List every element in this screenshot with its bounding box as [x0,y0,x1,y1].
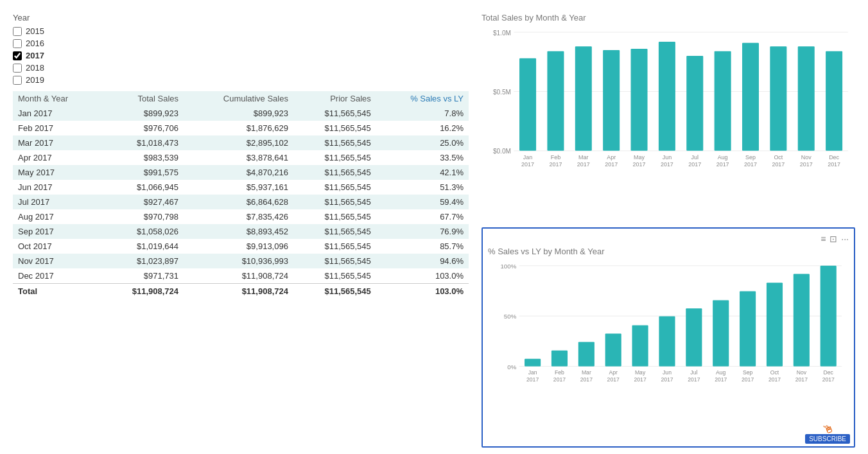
svg-text:Jan: Jan [523,154,532,161]
cell-6-2: $6,864,628 [184,195,293,209]
year-checkbox-2018[interactable] [13,64,22,73]
svg-text:Feb: Feb [555,369,564,376]
year-checkbox-2016[interactable] [13,39,22,48]
cell-1-1: $976,706 [101,121,184,135]
col-header-2: Cumulative Sales [184,91,293,106]
table-row: Nov 2017$1,023,897$10,936,993$11,565,545… [13,254,469,268]
bottom-chart-container: ≡ ⊡ ··· % Sales vs LY by Month & Year 0%… [482,227,855,448]
cell-8-2: $8,893,452 [184,224,293,239]
svg-text:2017: 2017 [795,376,808,383]
svg-text:May: May [634,154,645,161]
top-chart-area: $0.0M$0.5M$1.0MJan2017Feb2017Mar2017Apr2… [482,25,855,185]
cell-4-4: 42.1% [376,165,469,180]
cell-6-0: Jul 2017 [13,195,101,209]
svg-text:Jan: Jan [528,369,537,376]
cell-3-2: $3,878,641 [184,150,293,165]
table-row: Jun 2017$1,066,945$5,937,161$11,565,5455… [13,180,469,195]
cell-8-4: 76.9% [376,224,469,239]
svg-text:Nov: Nov [797,369,807,376]
svg-text:2017: 2017 [715,376,727,383]
year-label-2015: 2015 [26,26,44,36]
cell-3-3: $11,565,545 [293,150,376,165]
cell-5-0: Jun 2017 [13,180,101,195]
svg-text:Apr: Apr [607,154,616,161]
total-cell-2: $11,908,724 [184,284,293,299]
svg-text:Nov: Nov [801,154,812,161]
cell-10-1: $1,023,897 [101,254,184,268]
svg-text:Feb: Feb [551,154,560,161]
year-filter-item-2019[interactable]: 2019 [13,75,469,85]
toolbar-menu-icon[interactable]: ≡ [820,234,826,244]
year-checkbox-2019[interactable] [13,76,22,85]
table-row: Feb 2017$976,706$1,876,629$11,565,54516.… [13,121,469,135]
svg-rect-10 [631,49,648,151]
cell-11-2: $11,908,724 [184,268,293,284]
col-header-0: Month & Year [13,91,101,106]
svg-text:Oct: Oct [770,369,779,376]
svg-rect-12 [686,56,703,151]
svg-rect-53 [659,316,675,366]
year-filter-item-2017[interactable]: 2017 [13,51,469,60]
cell-3-4: 33.5% [376,150,469,165]
cell-4-2: $4,870,216 [184,165,293,180]
svg-rect-7 [547,51,564,151]
cell-11-1: $971,731 [101,268,184,284]
svg-rect-8 [575,46,592,151]
svg-text:2017: 2017 [605,161,618,168]
toolbar-more-icon[interactable]: ··· [841,234,849,244]
svg-text:2017: 2017 [716,161,729,168]
col-header-4[interactable]: % Sales vs LY [410,94,464,103]
cell-2-1: $1,018,473 [101,135,184,150]
year-filter-item-2015[interactable]: 2015 [13,26,469,36]
svg-text:2017: 2017 [633,161,646,168]
svg-rect-56 [740,291,756,366]
bottom-chart-svg: 0%50%100%Jan2017Feb2017Mar2017Apr2017May… [488,259,849,397]
svg-text:2017: 2017 [577,161,590,168]
cell-9-0: Oct 2017 [13,239,101,254]
toolbar-export-icon[interactable]: ⊡ [829,234,837,244]
cell-7-2: $7,835,426 [184,209,293,224]
left-panel: Year 20152016201720182019 Month & YearTo… [6,13,469,448]
cell-11-3: $11,565,545 [293,268,376,284]
top-chart-svg: $0.0M$0.5M$1.0MJan2017Feb2017Mar2017Apr2… [482,25,855,183]
cell-1-0: Feb 2017 [13,121,101,135]
table-row: Jan 2017$899,923$899,923$11,565,5457.8% [13,106,469,121]
cell-8-1: $1,058,026 [101,224,184,239]
cell-10-4: 94.6% [376,254,469,268]
svg-text:2017: 2017 [661,161,673,168]
year-filter-item-2018[interactable]: 2018 [13,63,469,73]
svg-rect-59 [820,265,837,366]
cell-9-4: 85.7% [376,239,469,254]
cell-7-4: 67.7% [376,209,469,224]
svg-text:Oct: Oct [774,154,783,161]
svg-text:2017: 2017 [526,376,539,383]
svg-rect-15 [770,46,786,151]
cell-1-3: $11,565,545 [293,121,376,135]
year-checkbox-2017[interactable] [13,51,22,60]
cell-5-2: $5,937,161 [184,180,293,195]
svg-text:2017: 2017 [828,161,840,168]
year-filter-item-2016[interactable]: 2016 [13,39,469,48]
svg-text:2017: 2017 [688,376,700,383]
total-cell-1: $11,908,724 [101,284,184,299]
year-label-2017: 2017 [26,51,44,60]
col-header-1: Total Sales [101,91,184,106]
cell-4-1: $991,575 [101,165,184,180]
svg-text:2017: 2017 [634,376,647,383]
svg-text:$0.5M: $0.5M [493,89,511,96]
svg-rect-11 [659,42,675,151]
svg-rect-17 [826,51,842,151]
svg-text:Aug: Aug [718,154,728,161]
year-checkbox-2015[interactable] [13,27,22,36]
cell-8-3: $11,565,545 [293,224,376,239]
svg-rect-54 [686,308,702,366]
year-filter-label: Year [13,13,469,22]
cell-10-2: $10,936,993 [184,254,293,268]
cell-6-3: $11,565,545 [293,195,376,209]
top-chart-container: Total Sales by Month & Year $0.0M$0.5M$1… [482,13,855,221]
svg-text:0%: 0% [507,363,516,370]
svg-rect-14 [742,43,759,151]
svg-rect-55 [713,300,729,366]
svg-text:$0.0M: $0.0M [493,148,511,155]
svg-text:Mar: Mar [582,369,591,376]
